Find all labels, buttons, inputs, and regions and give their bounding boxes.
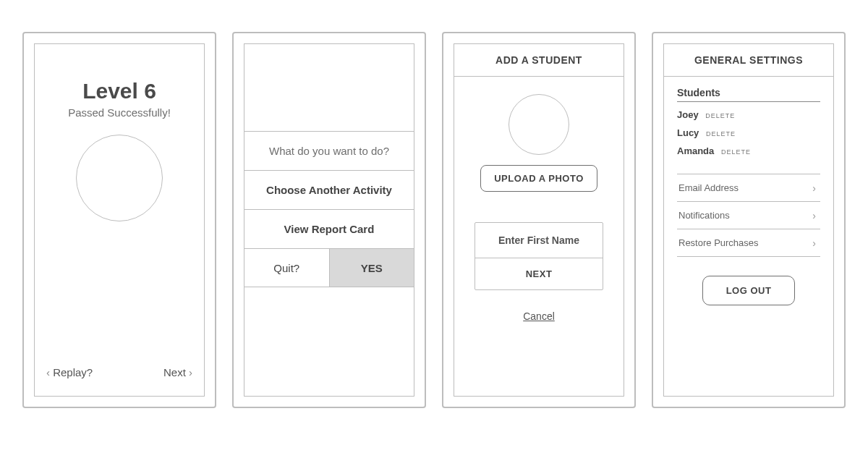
screen-action-prompt: What do you want to do? Choose Another A… [232,32,426,408]
choose-activity-button[interactable]: Choose Another Activity [244,170,414,209]
screen-level-complete: Level 6 Passed Successfully! ‹ Replay? N… [22,32,216,408]
next-button[interactable]: Next › [163,366,192,378]
first-name-input[interactable]: Enter First Name [475,223,603,258]
prompt-text: What do you want to do? [244,131,414,170]
upload-photo-button[interactable]: UPLOAD A PHOTO [480,165,597,192]
student-name: Amanda [677,145,714,156]
screen-general-settings: GENERAL SETTINGS Students Joey DELETE Lu… [652,32,846,408]
quit-label: Quit? [244,249,329,287]
photo-placeholder [509,94,569,155]
student-name: Lucy [677,127,699,138]
notifications-row[interactable]: Notifications › [677,201,820,229]
avatar-placeholder [76,135,163,221]
level-subtitle: Passed Successfully! [68,106,171,119]
chevron-right-icon: › [812,182,816,194]
setting-label: Email Address [678,182,739,193]
student-row: Lucy DELETE [677,120,820,138]
setting-label: Restore Purchases [678,237,759,248]
chevron-right-icon: › [189,366,192,378]
restore-purchases-row[interactable]: Restore Purchases › [677,229,820,256]
replay-button[interactable]: ‹ Replay? [46,366,93,378]
delete-student-button[interactable]: DELETE [721,148,751,156]
students-heading: Students [677,87,820,102]
next-button[interactable]: NEXT [475,258,603,289]
delete-student-button[interactable]: DELETE [706,130,736,137]
student-row: Joey DELETE [677,102,820,120]
level-title: Level 6 [82,79,156,103]
replay-label: Replay? [53,366,93,378]
chevron-right-icon: › [812,210,816,221]
page-title: GENERAL SETTINGS [664,44,833,77]
setting-label: Notifications [678,210,730,221]
view-report-card-button[interactable]: View Report Card [244,209,414,248]
student-row: Amanda DELETE [677,138,820,156]
cancel-link[interactable]: Cancel [523,310,555,322]
chevron-left-icon: ‹ [46,366,50,378]
email-address-row[interactable]: Email Address › [677,174,820,201]
chevron-right-icon: › [812,237,816,249]
log-out-button[interactable]: LOG OUT [702,276,796,305]
page-title: ADD A STUDENT [454,44,624,77]
delete-student-button[interactable]: DELETE [705,112,735,119]
next-label: Next [163,366,186,378]
student-name: Joey [677,109,699,120]
screen-add-student: ADD A STUDENT UPLOAD A PHOTO Enter First… [442,32,636,408]
quit-yes-button[interactable]: YES [329,249,414,287]
